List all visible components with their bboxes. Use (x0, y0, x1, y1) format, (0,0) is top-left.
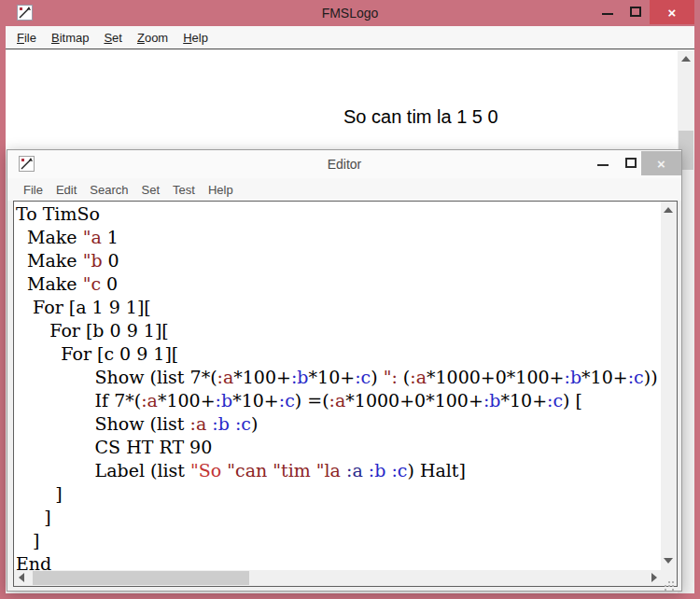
editor-menu-file[interactable]: File (17, 183, 49, 197)
editor-vertical-scrollbar[interactable] (661, 202, 677, 570)
code-token: 0 (103, 250, 119, 271)
code-line: Make "b 0 (16, 249, 661, 272)
editor-menubar: File Edit Search Set Test Help (7, 178, 681, 201)
editor-window: Editor × File Edit Search Set Test Help … (7, 149, 682, 592)
code-token: :a (141, 390, 158, 411)
scroll-down-icon[interactable] (664, 558, 673, 564)
code-token: :a (410, 367, 427, 387)
editor-menu-edit[interactable]: Edit (49, 183, 83, 197)
code-token: For [b 0 9 1][ (16, 320, 169, 341)
maximize-icon (630, 7, 641, 17)
menu-help[interactable]: Help (175, 31, 216, 45)
code-token: Make (16, 250, 83, 271)
code-token: :b (216, 390, 233, 411)
resize-grip[interactable] (661, 570, 677, 586)
maximize-icon (625, 158, 637, 168)
window-frame-left (0, 26, 6, 599)
code-token: If 7*( (16, 390, 141, 411)
code-token: ( (398, 367, 410, 387)
code-token: Make (16, 273, 83, 294)
code-editor-area[interactable]: To TimSo Make "a 1 Make "b 0 Make "c 0 F… (13, 201, 678, 587)
code-token: Make (16, 227, 83, 247)
scroll-up-icon[interactable] (664, 207, 673, 213)
code-token: "b (83, 250, 103, 271)
editor-hscroll-thumb[interactable] (33, 571, 249, 585)
code-token: ) (371, 367, 383, 387)
close-icon: × (668, 5, 677, 21)
code-token: 0 (101, 273, 118, 294)
code-token: CS HT RT 90 (16, 437, 212, 457)
code-token: :c (547, 390, 563, 411)
code-token: End (16, 553, 51, 570)
code-token: ] (16, 483, 63, 504)
editor-menu-test[interactable]: Test (166, 183, 202, 197)
code-line: For [b 0 9 1][ (16, 319, 661, 342)
code-line: Label (list "So "can "tim "la :a :b :c) … (16, 459, 661, 482)
code-token: )) (644, 367, 658, 387)
editor-minimize-button[interactable] (591, 151, 615, 175)
code-token: :a (329, 390, 346, 411)
scroll-left-icon[interactable] (19, 573, 24, 582)
editor-menu-help[interactable]: Help (202, 183, 240, 197)
code-token: :c (355, 367, 371, 387)
code-line: Make "a 1 (16, 226, 661, 249)
code-token: 1 (102, 227, 119, 247)
code-token: ) (251, 413, 258, 434)
scroll-right-icon[interactable] (651, 573, 657, 582)
minimize-icon (597, 164, 609, 166)
code-token: *10+ (232, 390, 279, 411)
code-token: :c (235, 413, 251, 434)
main-maximize-button[interactable] (623, 0, 648, 24)
close-icon: × (657, 156, 665, 172)
code-token: *100+ (158, 390, 216, 411)
editor-close-button[interactable]: × (641, 151, 681, 175)
menu-file[interactable]: File (9, 31, 44, 45)
editor-titlebar[interactable]: Editor × (7, 150, 681, 178)
code-token: :a (346, 460, 363, 481)
main-close-button[interactable]: × (650, 0, 694, 24)
menu-bitmap[interactable]: Bitmap (44, 31, 96, 45)
code-token: "can (227, 460, 267, 481)
code-token: ] (16, 530, 40, 550)
window-frame-bottom (0, 593, 700, 599)
scroll-up-icon[interactable] (681, 56, 691, 62)
main-menubar: File Bitmap Set Zoom Help (0, 26, 700, 49)
code-token: :a (217, 367, 234, 387)
code-token: For [c 0 9 1][ (16, 343, 178, 364)
code-line: Show (list :a :b :c) (16, 412, 661, 436)
code-token: :c (391, 460, 407, 481)
code-token: :b (291, 367, 309, 387)
menu-set[interactable]: Set (96, 31, 130, 45)
code-line: ] (16, 529, 661, 552)
code-token: ) Halt] (407, 460, 465, 481)
code-line: Show (list 7*(:a*100+:b*10+:c) ": (:a*10… (16, 366, 661, 389)
editor-horizontal-scrollbar[interactable] (14, 570, 663, 586)
code-token: "la (316, 460, 341, 481)
code-token: *10+ (309, 367, 356, 387)
editor-window-title: Editor (7, 157, 681, 172)
code-token: "a (83, 227, 102, 247)
code-token: :b (483, 390, 501, 411)
code-line: To TimSo (16, 202, 661, 226)
code-token: For [a 1 9 1][ (16, 297, 151, 317)
main-titlebar[interactable]: FMSLogo × (0, 0, 700, 26)
code-token: "So (190, 460, 221, 481)
code-token: ) [ (563, 390, 582, 411)
code-token: *1000+0*100+ (427, 367, 565, 387)
editor-maximize-button[interactable] (619, 151, 643, 175)
code-token: *1000+0*100+ (345, 390, 483, 411)
code-line: If 7*(:a*100+:b*10+:c) =(:a*1000+0*100+:… (16, 389, 661, 412)
editor-menu-search[interactable]: Search (83, 183, 134, 197)
code-line: CS HT RT 90 (16, 436, 661, 459)
code-token: :c (279, 390, 295, 411)
code-line: ] (16, 482, 661, 506)
code-token: *10+ (581, 367, 628, 387)
editor-menu-set[interactable]: Set (135, 183, 167, 197)
code-token: Show (list (16, 413, 190, 434)
main-minimize-button[interactable] (595, 0, 620, 24)
code-token: To TimSo (16, 203, 100, 224)
code-token: "tim (273, 460, 310, 481)
code-lines[interactable]: To TimSo Make "a 1 Make "b 0 Make "c 0 F… (14, 202, 661, 570)
menu-zoom[interactable]: Zoom (130, 31, 175, 45)
code-token: :b (369, 460, 386, 481)
